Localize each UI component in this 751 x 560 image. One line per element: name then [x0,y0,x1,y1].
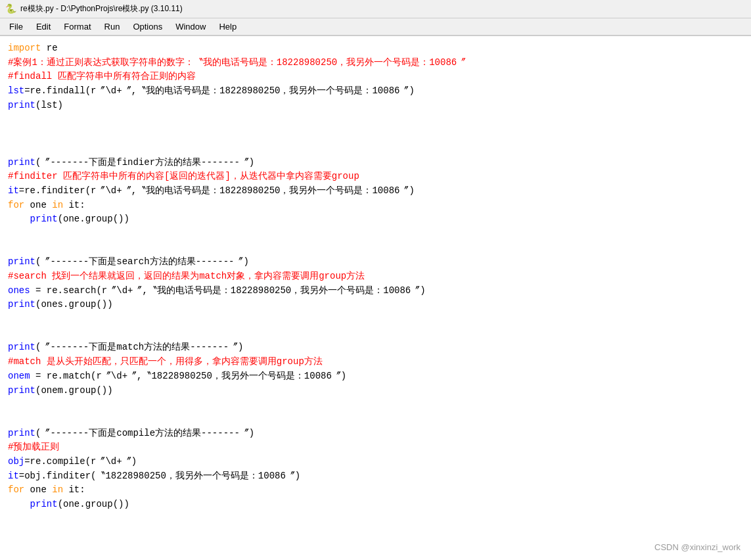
code-area: import re #案例1：通过正则表达式获取字符串的数字：〝我的电话号码是：… [0,36,751,560]
menu-help[interactable]: Help [212,20,243,33]
code-line-19: print(〞-------下面是compile方法的结果-------〞) [8,427,743,441]
title-text: re模块.py - D:\PythonProjs\re模块.py (3.10.1… [20,3,183,14]
blank-line-8 [8,398,743,412]
blank-line-2 [8,127,743,141]
menu-bar: File Edit Format Run Options Window Help [0,18,751,35]
watermark: CSDN @xinxinzi_work [654,542,740,552]
code-line-11: print(〞-------下面是search方法的结果-------〞) [8,255,743,269]
blank-line-9 [8,412,743,427]
code-line-7: #finditer 匹配字符串中所有的内容[返回的迭代器]，从迭代器中拿内容需要… [8,170,743,184]
code-line-8: it=re.finditer(r〞\d+〞,〝我的电话号码是：182289802… [8,184,743,198]
title-icon: 🐍 [5,3,16,14]
code-line-14: print(ones.group()) [8,298,743,312]
code-line-1: import re [8,41,743,56]
blank-line-5 [8,241,743,256]
blank-line-1 [8,112,743,127]
code-line-3: #findall 匹配字符串中所有符合正则的内容 [8,70,743,84]
blank-line-6 [8,312,743,327]
code-line-21: obj=re.compile(r〞\d+〞) [8,455,743,469]
code-line-10: print(one.group()) [8,212,743,227]
code-line-5: print(lst) [8,99,743,113]
code-line-4: lst=re.findall(r〞\d+〞,〝我的电话号码是：182289802… [8,84,743,99]
menu-format[interactable]: Format [57,20,97,33]
code-line-9: for one in it: [8,198,743,213]
blank-line-7 [8,327,743,341]
blank-line-4 [8,227,743,241]
menu-options[interactable]: Options [126,20,169,33]
code-line-24: print(one.group()) [8,498,743,512]
code-line-13: ones = re.search(r〞\d+〞,〝我的电话号码是：1822898… [8,284,743,298]
code-line-2: #案例1：通过正则表达式获取字符串的数字：〝我的电话号码是：1822898025… [8,56,743,70]
menu-window[interactable]: Window [169,20,212,33]
code-line-17: onem = re.match(r〞\d+〞,〝18228980250，我另外一… [8,369,743,384]
code-line-6: print(〞-------下面是findier方法的结果-------〞) [8,156,743,170]
code-line-22: it=obj.finditer(〝18228980250，我另外一个号码是：10… [8,469,743,484]
blank-line-3 [8,141,743,156]
code-line-15: print(〞-------下面是match方法的结果-------〞) [8,340,743,355]
code-line-16: #match 是从头开始匹配，只匹配一个，用得多，拿内容需要调用group方法 [8,355,743,369]
title-bar: 🐍 re模块.py - D:\PythonProjs\re模块.py (3.10… [0,0,751,18]
code-line-12: #search 找到一个结果就返回，返回的结果为match对象，拿内容需要调用g… [8,269,743,284]
menu-file[interactable]: File [3,20,30,33]
menu-run[interactable]: Run [98,20,127,33]
code-line-20: #预加载正则 [8,440,743,455]
code-line-18: print(onem.group()) [8,384,743,398]
code-line-23: for one in it: [8,483,743,498]
menu-edit[interactable]: Edit [30,20,57,33]
